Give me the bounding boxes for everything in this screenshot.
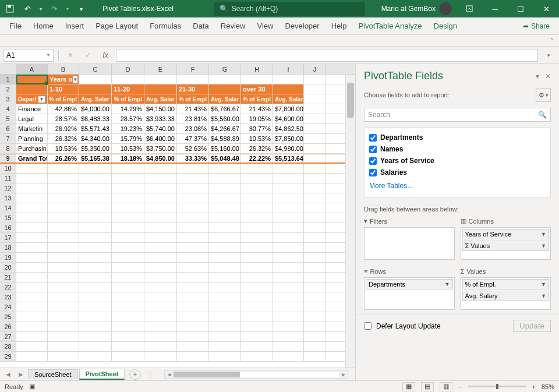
cell-9-J[interactable]	[304, 154, 326, 163]
cell-24-F[interactable]	[177, 302, 209, 312]
pivot-grand-total-label[interactable]: Grand Tota	[16, 154, 48, 163]
zoom-thumb[interactable]	[496, 384, 498, 389]
cell-14-A[interactable]	[16, 203, 48, 213]
cell-22-G[interactable]	[209, 282, 241, 292]
cell-3-F[interactable]: % of Empl	[177, 94, 209, 104]
cell-2-F[interactable]: 21-30	[177, 84, 209, 94]
row-header-6[interactable]: 6	[0, 124, 16, 133]
tab-page-layout[interactable]: Page Layout	[90, 17, 144, 34]
cell-11-A[interactable]	[16, 174, 48, 183]
cell-19-A[interactable]	[16, 253, 48, 262]
cell-3-E[interactable]: Avg. Salar	[144, 94, 177, 104]
formula-expand-button[interactable]: ▾	[542, 49, 556, 62]
cell-10-D[interactable]	[112, 164, 144, 173]
cell-15-H[interactable]	[241, 213, 273, 223]
cell-9-F[interactable]: 33.33%	[177, 154, 209, 163]
row-header-5[interactable]: 5	[0, 114, 16, 123]
cell-28-G[interactable]	[209, 342, 241, 351]
vertical-scrollbar[interactable]	[345, 75, 355, 380]
field-list[interactable]: Departments Names Years of Service Salar…	[364, 128, 551, 197]
tab-review[interactable]: Review	[215, 17, 252, 34]
cell-18-C[interactable]	[79, 243, 112, 252]
cell-24-C[interactable]	[79, 302, 112, 312]
cell-2-D[interactable]: 11-20	[112, 84, 144, 94]
pivot-dept-dropdown[interactable]: Depart ▼	[16, 94, 48, 104]
pane-layout-button[interactable]: ⚙▾	[536, 88, 551, 102]
cell-20-G[interactable]	[209, 263, 241, 272]
cell-4-C[interactable]: $4,000.00	[79, 104, 112, 114]
cell-23-I[interactable]	[273, 292, 304, 302]
pivot-row-legal[interactable]: Legal	[16, 114, 48, 123]
field-search[interactable]: Search 🔍	[364, 108, 551, 122]
field-departments[interactable]: Departments	[368, 132, 547, 143]
cell-27-E[interactable]	[144, 332, 177, 341]
sheet-nav-prev[interactable]: ◄	[2, 369, 14, 380]
cell-26-H[interactable]	[241, 322, 273, 331]
pivot-row-purchasin[interactable]: Purchasin	[16, 144, 48, 153]
sheet-tab-sourcesheet[interactable]: SourceSheet	[28, 369, 78, 379]
pane-close-button[interactable]: ✕	[545, 72, 551, 80]
cell-6-G[interactable]: $4,266.67	[209, 124, 241, 133]
row-header-13[interactable]: 13	[0, 193, 16, 203]
cell-17-D[interactable]	[112, 233, 144, 242]
row-header-11[interactable]: 11	[0, 174, 16, 183]
cell-18-A[interactable]	[16, 243, 48, 252]
cell-29-H[interactable]	[241, 352, 273, 361]
col-chip-values[interactable]: Σ Values▼	[462, 241, 550, 251]
cell-16-A[interactable]	[16, 223, 48, 232]
cell-9-D[interactable]: 18.18%	[112, 154, 144, 163]
cell-2-H[interactable]: over 30	[241, 84, 273, 94]
cell-5-H[interactable]: 19.05%	[241, 114, 273, 123]
cell-29-B[interactable]	[48, 352, 79, 361]
cell-9-H[interactable]: 22.22%	[241, 154, 273, 163]
cell-16-H[interactable]	[241, 223, 273, 232]
cell-8-E[interactable]: $3,750.00	[144, 144, 177, 153]
cell-17-F[interactable]	[177, 233, 209, 242]
formula-input[interactable]	[116, 49, 538, 62]
more-tables-link[interactable]: More Tables...	[368, 178, 547, 193]
cell-5-C[interactable]: $6,483.33	[79, 114, 112, 123]
row-header-22[interactable]: 22	[0, 282, 16, 292]
cell-10-C[interactable]	[79, 164, 112, 173]
cell-9-I[interactable]: $5,513.64	[273, 154, 304, 163]
col-header-j[interactable]: J	[304, 64, 326, 74]
cell-25-D[interactable]	[112, 312, 144, 322]
cell-3-B[interactable]: % of Empl	[48, 94, 79, 104]
cell-10-E[interactable]	[144, 164, 177, 173]
tab-developer[interactable]: Developer	[279, 17, 325, 34]
row-header-10[interactable]: 10	[0, 164, 16, 173]
cell-14-B[interactable]	[48, 203, 79, 213]
tab-pivottable-analyze[interactable]: PivotTable Analyze	[352, 17, 427, 34]
cell-13-H[interactable]	[241, 193, 273, 203]
scroll-left-button[interactable]: ◄	[165, 371, 173, 378]
cell-12-H[interactable]	[241, 183, 273, 193]
cell-14-C[interactable]	[79, 203, 112, 213]
cell-4-J[interactable]	[304, 104, 326, 114]
enter-formula-button[interactable]: ✓	[81, 49, 95, 62]
cell-14-F[interactable]	[177, 203, 209, 213]
cell-5-E[interactable]: $3,933.33	[144, 114, 177, 123]
cell-7-E[interactable]: $6,400.00	[144, 134, 177, 143]
cell-27-H[interactable]	[241, 332, 273, 341]
col-header-b[interactable]: B	[48, 64, 79, 74]
cell-7-G[interactable]: $4,588.89	[209, 134, 241, 143]
cell-15-B[interactable]	[48, 213, 79, 223]
cell-17-I[interactable]	[273, 233, 304, 242]
cell-4-H[interactable]: 21.43%	[241, 104, 273, 114]
ribbon-collapse-icon[interactable]: ˄	[550, 37, 553, 44]
cell-9-C[interactable]: $5,165.38	[79, 154, 112, 163]
zoom-level[interactable]: 85%	[542, 383, 554, 390]
cell-19-H[interactable]	[241, 253, 273, 262]
cell-13-B[interactable]	[48, 193, 79, 203]
cell-20-I[interactable]	[273, 263, 304, 272]
val-chip-avg[interactable]: Avg. Salary▼	[462, 291, 550, 301]
cell-29-D[interactable]	[112, 352, 144, 361]
col-header-h[interactable]: H	[241, 64, 273, 74]
cell-16-G[interactable]	[209, 223, 241, 232]
sheet-nav-next[interactable]: ►	[15, 369, 27, 380]
cell-23-C[interactable]	[79, 292, 112, 302]
row-header-2[interactable]: 2	[0, 84, 16, 94]
cell-15-I[interactable]	[273, 213, 304, 223]
cell-1-G[interactable]	[209, 75, 241, 84]
cell-8-C[interactable]: $5,350.00	[79, 144, 112, 153]
